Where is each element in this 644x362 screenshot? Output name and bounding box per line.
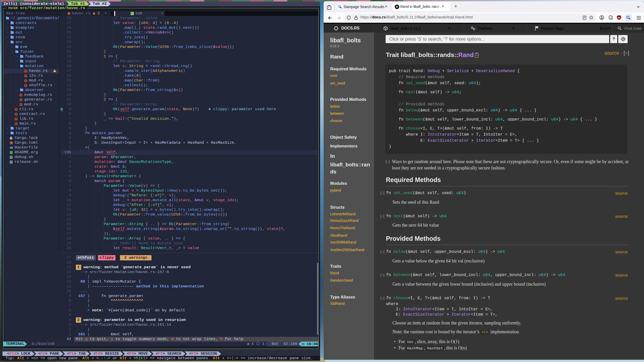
svg-text:R: R <box>396 5 398 8</box>
svg-text:uO: uO <box>618 16 621 19</box>
